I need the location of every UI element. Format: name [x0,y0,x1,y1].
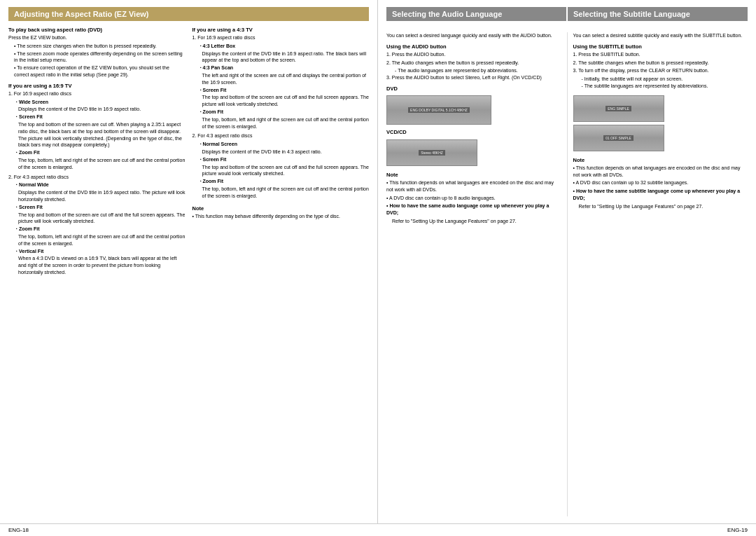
dvd-bullet-3: • To ensure correct operation of the EZ … [14,64,186,78]
subtitle-note-4: Refer to "Setting Up the Language Featur… [579,203,748,210]
normal-wide-label: ・Normal Wide [14,181,186,188]
vertical-fit-label: ・Vertical Fit [14,248,186,255]
dvd-screen: ENG DOLBY DIGITAL 5.1CH 48KHZ [386,95,491,125]
tv43-sub2: 2. For 4:3 aspect ratio discs [192,132,370,139]
audio-step-2: 2. The Audio changes when the button is … [386,60,561,67]
subtitle-overlay-2: 01 OFF SIMPLE [603,135,634,141]
audio-note-4: Refer to "Setting Up the Language Featur… [392,218,561,225]
screen-fit-label-43: ・Screen Fit [14,204,186,211]
zoom-fit-label-43: ・Zoom Fit [14,226,186,233]
subtitle-page-header: Selecting the Subtitle Language [568,7,748,21]
subtitle-intro: You can select a desired subtitle quickl… [573,32,748,39]
subtitle-note-title: Note [573,157,748,163]
subtitle-screen-1: ENG SIMPLE [573,95,664,122]
dvd-overlay: ENG DOLBY DIGITAL 5.1CH 48KHZ [408,107,470,113]
vcd-overlay: Stereo 48KHZ [419,150,445,156]
vcd-label: VCD/CD [386,129,561,137]
zoom-fit-label-r: ・Zoom Fit [198,109,370,116]
wide-screen-label: ・Wide Screen [14,99,186,106]
subtitle-step-3: 3. To turn off the display, press the CL… [573,67,748,74]
screen-fit-label-r: ・Screen Fit [198,87,370,94]
subtitle-note-3: • How to have the same subtitle language… [573,188,748,202]
footer-right: ENG-19 [727,527,748,533]
left-page-header: Adjusting the Aspect Ratio (EZ View) [8,7,369,21]
tv43-title: If you are using a 4:3 TV [192,27,370,33]
using-audio-title: Using the AUDIO button [386,43,561,50]
tv43-sub1: 1. For 16:9 aspect ratio discs [192,34,370,41]
tv169-sub1: 1. For 16:9 aspect ratio discs [8,90,186,97]
subtitle-overlay-1: ENG SIMPLE [606,106,631,111]
subtitle-note-1: • This function depends on what language… [573,165,748,179]
footer-left: ENG-18 [8,527,29,533]
dvd-bullet-1: • The screen size changes when the butto… [14,43,186,50]
subtitle-screen-2: 01 OFF SIMPLE [573,125,664,151]
normal-screen-label: ・Normal Screen [198,141,370,148]
zoom-fit-text-169: The top, bottom, left and right of the s… [18,157,186,171]
letterbox-text: Displays the content of the DVD title in… [202,50,370,64]
subtitle-step-2: 2. The subtitle changes when the button … [573,60,748,67]
screen-fit-label-169: ・Screen Fit [14,114,186,121]
audio-step-3: 3. Press the AUDIO button to select Ster… [386,74,561,81]
dvd-section-title: To play back using aspect ratio (DVD) [8,27,186,33]
dvd-intro: Press the EZ VIEW button. [8,34,186,41]
using-subtitle-title: Using the SUBTITLE button [573,43,748,50]
left-note-title: Note [192,205,370,212]
zoom-fit2-label: ・Zoom Fit [198,178,370,185]
audio-dash-1: - The audio languages are represented by… [395,67,561,74]
screen-fit2-text: The top and bottom of the screen are cut… [202,164,370,178]
left-note-text: • This function may behave differently d… [192,213,370,220]
screen-fit2-label: ・Screen Fit [198,156,370,163]
dvd-bullet-2: • The screen zoom mode operates differen… [14,50,186,64]
audio-note-3: • How to have the same audio language co… [386,202,561,217]
screen-fit-text-r: The top and bottom of the screen are cut… [202,94,370,108]
vertical-fit-text: When a 4:3 DVD is viewed on a 16:9 TV, b… [18,255,186,275]
screen-fit-text-43: The top and bottom of the screen are cut… [18,212,186,226]
normal-wide-text: Displays the content of the DVD title in… [18,189,186,203]
subtitle-note-2: • A DVD disc can contain up to 32 subtit… [573,179,748,186]
wide-screen-text: Displays the content of the DVD title in… [18,106,186,113]
dvd-label: DVD [386,85,561,93]
audio-note-2: • A DVD disc can contain up to 8 audio l… [386,195,561,202]
subtitle-step-1: 1. Press the SUBTITLE button. [573,51,748,58]
zoom-fit-label-169: ・Zoom Fit [14,149,186,156]
audio-intro: You can select a desired language quickl… [386,32,561,39]
zoom-fit2-text: The top, bottom, left and right of the s… [202,186,370,200]
audio-note-title: Note [386,172,561,178]
vcd-screen: Stereo 48KHZ [386,139,477,166]
zoom-fit-text-43: The top, bottom, left and right of the s… [18,233,186,247]
subtitle-dash-1: - Initially, the subtitle will not appea… [582,76,748,83]
panscan-label: ・4:3 Pan Scan [198,64,370,71]
audio-note-1: • This function depends on what language… [386,179,561,193]
audio-step-1: 1. Press the AUDIO button. [386,51,561,58]
screen-fit-text-169: The top and bottom of the screen are cut… [18,121,186,149]
tv169-title: If you are using a 16:9 TV [8,83,186,89]
letterbox-label: ・4:3 Letter Box [198,43,370,50]
panscan-text: The left and right of the screen are cut… [202,72,370,86]
subtitle-dash-2: - The subtitle languages are represented… [582,83,748,90]
zoom-fit-text-r: The top, bottom, left and right of the s… [202,116,370,130]
tv169-sub2: 2. For 4:3 aspect ratio discs [8,174,186,181]
normal-screen-text: Displays the content of the DVD title in… [202,149,370,156]
audio-page-header: Selecting the Audio Language [386,7,566,21]
